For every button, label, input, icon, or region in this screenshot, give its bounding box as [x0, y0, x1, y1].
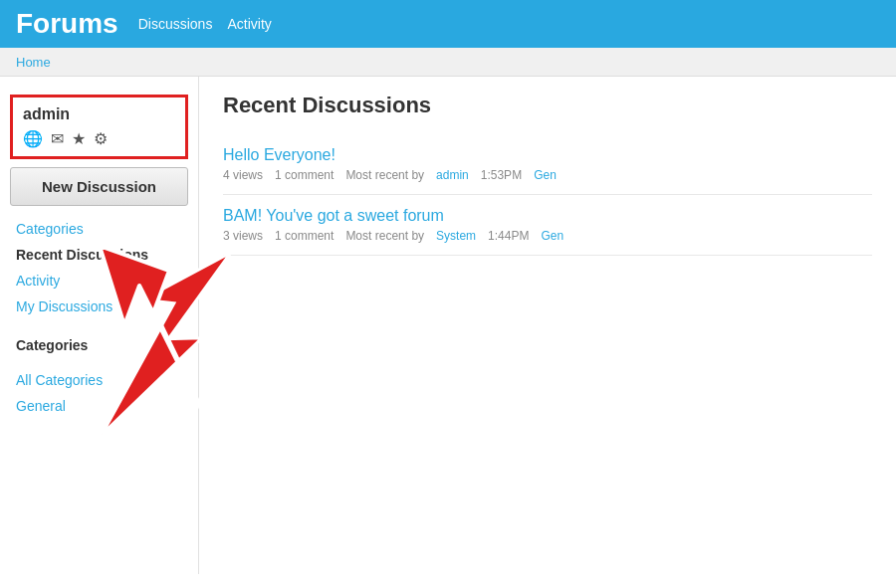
most-recent-user-1[interactable]: admin [436, 168, 469, 182]
sidebar-item-my-discussions[interactable]: My Discussions [0, 294, 198, 319]
discussion-title-1[interactable]: Hello Everyone! [223, 146, 336, 163]
sidebar-item-activity[interactable]: Activity [0, 268, 198, 294]
discussion-meta-2: 3 views 1 comment Most recent by System … [223, 229, 872, 243]
discussion-title-2[interactable]: BAM! You've got a sweet forum [223, 207, 444, 224]
user-icons: 🌐 ✉ ★ ⚙ [23, 129, 175, 148]
breadcrumb: Home [0, 48, 896, 77]
user-box: admin 🌐 ✉ ★ ⚙ [10, 95, 188, 159]
gear-icon[interactable]: ⚙ [94, 129, 108, 148]
sidebar-item-all-categories[interactable]: All Categories [0, 367, 198, 393]
page-title: Recent Discussions [223, 93, 872, 118]
breadcrumb-home[interactable]: Home [16, 55, 51, 70]
sidebar-item-categories[interactable]: Categories [0, 216, 198, 242]
category-2[interactable]: Gen [541, 229, 563, 243]
most-recent-user-2[interactable]: System [436, 229, 476, 243]
nav-activity[interactable]: Activity [228, 16, 272, 32]
username: admin [23, 105, 175, 123]
sidebar: admin 🌐 ✉ ★ ⚙ New Discussion Categories … [0, 77, 199, 574]
header: Forums Discussions Activity [0, 0, 896, 48]
discussion-item-1: Hello Everyone! 4 views 1 comment Most r… [223, 134, 872, 195]
layout: admin 🌐 ✉ ★ ⚙ New Discussion Categories … [0, 77, 896, 574]
star-icon[interactable]: ★ [72, 129, 86, 148]
comments-2: 1 comment [275, 229, 334, 243]
sidebar-item-recent[interactable]: Recent Discussions [0, 242, 198, 268]
nav-discussions[interactable]: Discussions [138, 16, 213, 32]
time-1: 1:53PM [481, 168, 522, 182]
sidebar-nav: Categories Recent Discussions Activity M… [0, 216, 198, 319]
category-1[interactable]: Gen [534, 168, 557, 182]
main-content: Recent Discussions Hello Everyone! 4 vie… [199, 77, 896, 574]
comments-1: 1 comment [275, 168, 334, 182]
categories-section-title: Categories [0, 329, 198, 357]
views-1: 4 views [223, 168, 263, 182]
new-discussion-button[interactable]: New Discussion [10, 167, 188, 206]
header-nav: Discussions Activity [138, 16, 284, 32]
site-title: Forums [16, 8, 118, 40]
discussion-meta-1: 4 views 1 comment Most recent by admin 1… [223, 168, 872, 182]
most-recent-label-1: Most recent by [345, 168, 424, 182]
discussion-item-2: BAM! You've got a sweet forum 3 views 1 … [223, 195, 872, 256]
sidebar-item-general[interactable]: General [0, 393, 198, 419]
sidebar-categories-nav: All Categories General [0, 367, 198, 419]
mail-icon[interactable]: ✉ [51, 129, 64, 148]
time-2: 1:44PM [488, 229, 529, 243]
views-2: 3 views [223, 229, 263, 243]
most-recent-label-2: Most recent by [345, 229, 424, 243]
globe-icon[interactable]: 🌐 [23, 129, 43, 148]
